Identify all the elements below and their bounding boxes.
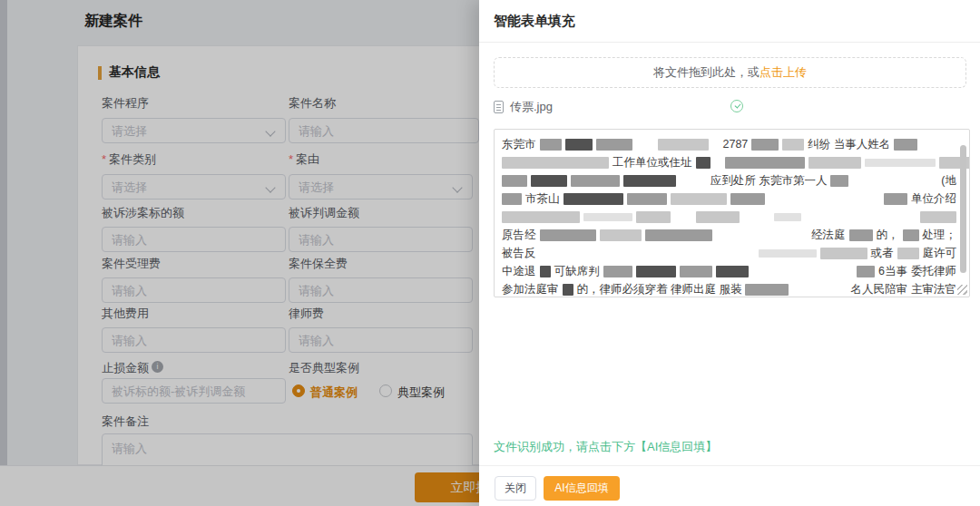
- redaction-block: [658, 139, 709, 151]
- redaction-block: [645, 229, 712, 241]
- file-icon: [494, 101, 504, 113]
- redaction-block: [782, 139, 804, 151]
- redacted-text-fragment: 单位介绍: [911, 191, 956, 207]
- redaction-block: [600, 229, 642, 241]
- redaction-block: [680, 266, 712, 277]
- redacted-line: 应到处所 东莞市第一人(地: [502, 171, 956, 190]
- redacted-line: 工作单位或住址: [502, 153, 956, 171]
- redaction-block: [540, 266, 551, 277]
- close-button[interactable]: 关闭: [495, 476, 536, 501]
- redacted-text-fragment: 庭许可: [923, 246, 957, 261]
- redaction-block: [571, 175, 620, 187]
- redacted-text-fragment: 应到处所 东莞市第一人: [710, 173, 827, 189]
- redaction-block: [884, 193, 907, 205]
- redaction-block: [820, 248, 867, 259]
- redacted-text-fragment: 名人民陪审: [851, 282, 908, 297]
- redaction-block: [502, 157, 609, 169]
- redaction-block: [696, 157, 710, 169]
- uploaded-document-preview[interactable]: 东莞市2787纠纷 当事人姓名 工作单位或住址 应到处所 东莞市第一人(地 市茶…: [494, 129, 970, 297]
- redacted-line: 市茶山单位介绍: [502, 190, 956, 208]
- redaction-block: [564, 193, 623, 205]
- redacted-text-fragment: 被告反: [502, 246, 536, 261]
- redaction-block: [502, 175, 527, 187]
- redaction-block: [716, 266, 749, 277]
- redaction-block: [897, 248, 919, 259]
- uploaded-file-name: 传票.jpg: [510, 99, 553, 115]
- redaction-block: [920, 211, 956, 223]
- redacted-line: 被告反或者庭许可: [502, 244, 956, 262]
- upload-dropzone[interactable]: 将文件拖到此处，或点击上传: [494, 57, 966, 88]
- redacted-line: [502, 208, 956, 226]
- preview-scrollbar-thumb[interactable]: [960, 145, 966, 273]
- redaction-block: [759, 249, 817, 258]
- redaction-block: [565, 139, 593, 151]
- redaction-block: [774, 213, 801, 221]
- redaction-block: [603, 266, 632, 277]
- redacted-text-fragment: 参加法庭审: [502, 282, 559, 297]
- smart-fill-drawer: 智能表单填充 将文件拖到此处，或点击上传 传票.jpg 东莞市2787纠纷 当事…: [479, 0, 980, 506]
- redaction-block: [636, 266, 676, 277]
- redaction-block: [865, 159, 936, 167]
- redaction-block: [745, 284, 789, 296]
- redacted-text-fragment: 或者: [871, 246, 894, 261]
- redaction-block: [849, 229, 873, 241]
- redacted-text-fragment: 的，律师必须穿着 律师出庭 服装: [577, 282, 742, 297]
- drawer-header: 智能表单填充: [479, 0, 980, 43]
- redacted-text-fragment: 的，: [877, 228, 899, 243]
- redacted-text-fragment: 中途退: [502, 264, 536, 279]
- app-window: 新建案件 基本信息 案件程序 案件名称 *案件类别 *案由 被诉涉案标的额 被诉…: [0, 0, 980, 506]
- redaction-block: [725, 157, 805, 169]
- recognition-status-text: 文件识别成功，请点击下方【AI信息回填】: [494, 439, 717, 455]
- redaction-block: [671, 193, 727, 205]
- redaction-block: [636, 211, 671, 223]
- ai-fill-button[interactable]: AI信息回填: [544, 476, 620, 501]
- drawer-footer: 关闭 AI信息回填: [479, 465, 980, 506]
- redacted-line: 中途退可缺席判6当事委托律师: [502, 262, 956, 280]
- redacted-text-fragment: 原告经: [502, 228, 536, 243]
- redacted-text-fragment: 经法庭: [811, 228, 846, 243]
- redacted-line: 东莞市2787纠纷 当事人姓名: [502, 135, 956, 153]
- redaction-block: [623, 175, 676, 187]
- redacted-text-fragment: (地: [941, 173, 956, 189]
- redaction-block: [751, 139, 779, 151]
- redaction-block: [894, 139, 917, 151]
- upload-drag-text: 将文件拖到此处，或: [653, 64, 760, 81]
- redaction-block: [696, 211, 740, 223]
- redaction-block: [540, 229, 596, 241]
- redacted-text-fragment: 市茶山: [525, 191, 560, 207]
- redacted-text-fragment: 委托律师: [911, 264, 956, 279]
- redacted-text-fragment: 主审法官: [911, 282, 956, 297]
- redaction-block: [502, 211, 580, 223]
- uploaded-file-row[interactable]: 传票.jpg: [494, 96, 952, 118]
- redacted-text-fragment: 6当事: [878, 264, 907, 279]
- redacted-text-fragment: 纠纷 当事人姓名: [808, 137, 890, 152]
- upload-link[interactable]: 点击上传: [760, 64, 807, 81]
- redaction-block: [540, 139, 562, 151]
- redaction-block: [808, 157, 861, 169]
- redacted-line: 原告经经法庭的，处理；: [502, 226, 956, 244]
- drawer-title: 智能表单填充: [494, 13, 575, 30]
- redaction-block: [531, 175, 567, 187]
- upload-success-check-icon: [730, 100, 743, 112]
- redaction-block: [830, 175, 848, 187]
- redaction-block: [583, 213, 632, 221]
- redaction-block: [627, 193, 667, 205]
- redaction-block: [596, 139, 632, 151]
- redacted-line: 参加法庭审的，律师必须穿着 律师出庭 服装名人民陪审主审法官: [502, 280, 956, 297]
- redaction-block: [903, 229, 919, 241]
- redacted-text-fragment: 2787: [723, 138, 749, 151]
- redaction-block: [857, 266, 875, 277]
- redaction-block: [730, 193, 765, 205]
- redaction-block: [502, 193, 522, 205]
- redacted-text-fragment: 处理；: [923, 228, 957, 243]
- redacted-text-fragment: 工作单位或住址: [612, 155, 692, 170]
- redacted-text-fragment: 可缺席判: [554, 264, 600, 279]
- redaction-block: [563, 284, 573, 296]
- preview-resize-handle[interactable]: [957, 285, 967, 295]
- redacted-text-fragment: 东莞市: [502, 137, 536, 152]
